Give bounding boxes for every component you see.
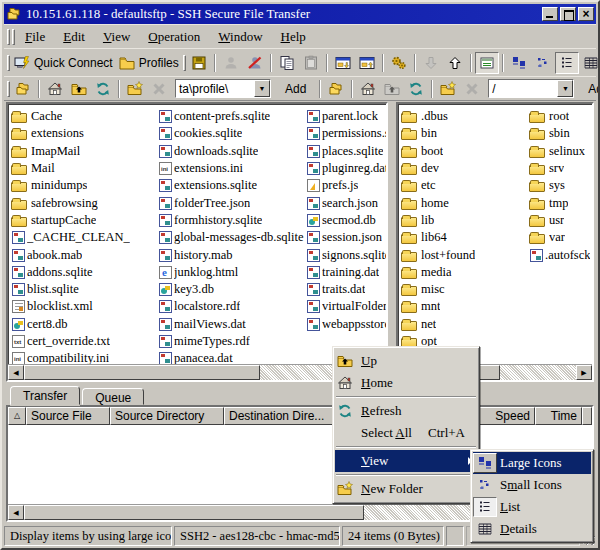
column-header-source-file[interactable]: Source File bbox=[26, 407, 110, 425]
maximize-button[interactable] bbox=[560, 7, 576, 21]
local-refresh-button[interactable] bbox=[91, 78, 115, 100]
column-header-time[interactable]: Time bbox=[535, 407, 582, 425]
file-item[interactable]: key3.db bbox=[158, 281, 306, 298]
file-item[interactable]: parent.lock bbox=[306, 108, 386, 125]
tab-transfer[interactable]: Transfer bbox=[10, 386, 80, 405]
local-path-combobox[interactable]: ta\profile\ ▼ bbox=[175, 79, 271, 98]
file-item[interactable]: Mail bbox=[11, 160, 158, 177]
file-item[interactable]: global-messages-db.sqlite bbox=[158, 229, 306, 246]
file-item[interactable]: mnt bbox=[401, 298, 529, 315]
file-item[interactable]: srv bbox=[529, 160, 592, 177]
toolbar-grip[interactable] bbox=[7, 81, 10, 97]
scroll-right-icon[interactable]: ▶ bbox=[576, 365, 592, 380]
dropdown-arrow-icon[interactable]: ▼ bbox=[254, 80, 270, 97]
small-icons-view-button[interactable] bbox=[531, 52, 555, 74]
menu-view[interactable]: View bbox=[94, 27, 139, 47]
file-item[interactable]: mimeTypes.rdf bbox=[158, 333, 306, 350]
file-item[interactable]: media bbox=[401, 264, 529, 281]
file-item[interactable]: signons.sqlite bbox=[306, 246, 386, 263]
local-up-button[interactable] bbox=[67, 78, 91, 100]
file-item[interactable]: .autofsck bbox=[529, 246, 592, 263]
save-button[interactable] bbox=[187, 52, 211, 74]
settings-button[interactable] bbox=[387, 52, 411, 74]
file-item[interactable]: selinux bbox=[529, 143, 592, 160]
profiles-button[interactable]: Profiles bbox=[116, 52, 182, 74]
local-new-folder-button[interactable] bbox=[123, 78, 147, 100]
file-item[interactable]: cert_override.txt bbox=[11, 333, 158, 350]
file-item[interactable]: abook.mab bbox=[11, 246, 158, 263]
file-item[interactable]: permissions.sqlite bbox=[306, 125, 386, 142]
quick-connect-button[interactable]: Quick Connect bbox=[11, 52, 116, 74]
file-item[interactable]: content-prefs.sqlite bbox=[158, 108, 306, 125]
file-item[interactable]: etc bbox=[401, 177, 529, 194]
file-item[interactable]: ImapMail bbox=[11, 143, 158, 160]
details-view-button[interactable] bbox=[579, 52, 600, 74]
context-menu-item-home[interactable]: Home bbox=[335, 372, 477, 394]
large-icons-view-button[interactable] bbox=[507, 52, 531, 74]
file-item[interactable]: training.dat bbox=[306, 264, 386, 281]
column-header-source-directory[interactable]: Source Directory bbox=[110, 407, 224, 425]
file-item[interactable]: extensions.sqlite bbox=[158, 177, 306, 194]
remote-home-button[interactable] bbox=[356, 78, 380, 100]
local-add-button[interactable]: Add bbox=[275, 78, 316, 100]
toolbar-grip[interactable] bbox=[7, 55, 10, 71]
close-button[interactable]: × bbox=[578, 7, 594, 21]
file-item[interactable]: _CACHE_CLEAN_ bbox=[11, 229, 158, 246]
file-item[interactable]: blocklist.xml bbox=[11, 298, 158, 315]
scrollbar-thumb[interactable] bbox=[24, 505, 364, 520]
file-item[interactable]: extensions.ini bbox=[158, 160, 306, 177]
file-item[interactable]: boot bbox=[401, 143, 529, 160]
remote-refresh-button[interactable] bbox=[404, 78, 428, 100]
file-item[interactable]: safebrowsing bbox=[11, 194, 158, 211]
remote-folder-view-button[interactable] bbox=[324, 78, 348, 100]
file-item[interactable]: formhistory.sqlite bbox=[158, 212, 306, 229]
file-item[interactable]: junklog.html bbox=[158, 264, 306, 281]
file-item[interactable]: tmp bbox=[529, 194, 592, 211]
file-item[interactable]: lost+found bbox=[401, 246, 529, 263]
menu-file[interactable]: File bbox=[16, 27, 54, 47]
file-item[interactable]: cookies.sqlite bbox=[158, 125, 306, 142]
toolbar-grip[interactable] bbox=[12, 29, 15, 45]
local-path-value[interactable]: ta\profile\ bbox=[176, 82, 254, 96]
list-view-button[interactable] bbox=[555, 52, 579, 74]
file-item[interactable]: pluginreg.dat bbox=[306, 160, 386, 177]
menu-edit[interactable]: Edit bbox=[54, 27, 94, 47]
submenu-item-large-icons[interactable]: Large Icons bbox=[473, 452, 591, 474]
file-item[interactable]: lib bbox=[401, 212, 529, 229]
file-item[interactable]: net bbox=[401, 316, 529, 333]
copy-button[interactable] bbox=[275, 52, 299, 74]
scrollbar-thumb[interactable] bbox=[24, 365, 260, 380]
sort-column-header[interactable]: △ bbox=[8, 407, 26, 425]
file-item[interactable]: folderTree.json bbox=[158, 194, 306, 211]
context-menu-item-select-all[interactable]: Select All Ctrl+A bbox=[335, 422, 477, 444]
file-item[interactable]: traits.dat bbox=[306, 281, 386, 298]
scroll-left-icon[interactable]: ◀ bbox=[8, 365, 24, 380]
scroll-left-icon[interactable]: ◀ bbox=[8, 505, 24, 520]
file-item[interactable]: home bbox=[401, 194, 529, 211]
file-item[interactable]: webappsstore.sql bbox=[306, 316, 386, 333]
file-item[interactable]: Cache bbox=[11, 108, 158, 125]
submenu-item-small-icons[interactable]: Small Icons bbox=[473, 474, 591, 496]
file-item[interactable]: downloads.sqlite bbox=[158, 143, 306, 160]
disconnect-button[interactable] bbox=[243, 52, 267, 74]
file-item[interactable]: minidumps bbox=[11, 177, 158, 194]
file-item[interactable]: bin bbox=[401, 125, 529, 142]
local-home-button[interactable] bbox=[43, 78, 67, 100]
file-item[interactable]: lib64 bbox=[401, 229, 529, 246]
file-item[interactable]: usr bbox=[529, 212, 592, 229]
submenu-item-list[interactable]: List bbox=[473, 496, 591, 518]
menu-operation[interactable]: Operation bbox=[139, 27, 209, 47]
file-item[interactable]: var bbox=[529, 229, 592, 246]
menu-help[interactable]: Help bbox=[272, 27, 315, 47]
file-item[interactable]: virtualFolders.da bbox=[306, 298, 386, 315]
download-dialog-button[interactable] bbox=[331, 52, 355, 74]
file-bar-toggle-button[interactable] bbox=[475, 52, 499, 74]
remote-new-folder-button[interactable] bbox=[436, 78, 460, 100]
remote-add-button[interactable]: Add bbox=[578, 78, 600, 100]
file-item[interactable]: cert8.db bbox=[11, 316, 158, 333]
local-folder-view-button[interactable] bbox=[11, 78, 35, 100]
file-item[interactable]: localstore.rdf bbox=[158, 298, 306, 315]
file-item[interactable]: panacea.dat bbox=[158, 350, 306, 364]
file-item[interactable]: prefs.js bbox=[306, 177, 386, 194]
toolbar-grip[interactable] bbox=[183, 55, 186, 71]
